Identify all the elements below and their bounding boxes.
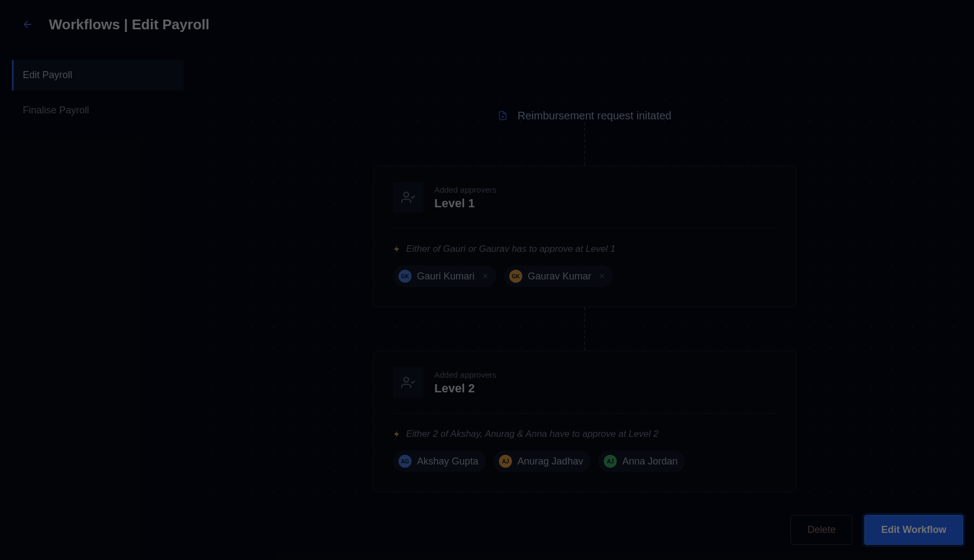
approver-chip: GK Gauri Kumari ✕	[393, 265, 496, 287]
sidebar-item-label: Edit Payroll	[23, 69, 72, 80]
connector-line	[584, 307, 585, 351]
remove-approver-icon[interactable]: ✕	[599, 272, 605, 281]
avatar: AJ	[604, 455, 617, 468]
approver-name: Anna Jordan	[622, 456, 678, 467]
level-title: Level 1	[434, 196, 496, 211]
page-title: Workflows | Edit Payroll	[49, 16, 210, 33]
added-approvers-label: Added approvers	[434, 185, 496, 194]
edit-workflow-button[interactable]: Edit Workflow	[864, 515, 963, 545]
sidebar: Edit Payroll Finalise Payroll	[0, 49, 195, 560]
card-header: Added approvers Level 1	[393, 182, 776, 228]
avatar: AG	[399, 455, 412, 468]
approver-name: Anurag Jadhav	[517, 456, 583, 467]
avatar: GK	[399, 270, 412, 283]
avatar: GK	[509, 270, 522, 283]
approver-chip: AJ Anurag Jadhav	[494, 450, 591, 472]
approval-level-card-2: Added approvers Level 2 Either 2 of Aksh…	[373, 351, 796, 492]
connector-line	[584, 122, 585, 166]
user-check-icon	[393, 182, 423, 213]
approval-rule: Either of Gauri or Gaurav has to approve…	[393, 244, 776, 254]
added-approvers-label: Added approvers	[434, 370, 496, 379]
svg-point-0	[404, 192, 409, 197]
approver-chips: GK Gauri Kumari ✕ GK Gaurav Kumar ✕	[393, 265, 776, 287]
approver-chip: AJ Anna Jordan	[598, 450, 685, 472]
approver-name: Akshay Gupta	[417, 456, 478, 467]
approver-name: Gaurav Kumar	[528, 271, 591, 282]
workflow-initiator: Reimbursement request initated	[195, 110, 974, 122]
remove-approver-icon[interactable]: ✕	[482, 272, 489, 281]
footer-actions: Delete Edit Workflow	[195, 499, 974, 560]
user-check-icon	[393, 367, 423, 398]
rule-text: Either of Gauri or Gaurav has to approve…	[406, 244, 616, 254]
avatar: AJ	[499, 455, 512, 468]
lightning-icon	[393, 430, 401, 438]
approver-name: Gauri Kumari	[417, 271, 475, 282]
document-icon	[498, 111, 508, 122]
rule-text: Either 2 of Akshay, Anurag & Anna have t…	[406, 429, 659, 440]
header: Workflows | Edit Payroll	[0, 0, 974, 49]
approval-level-card-1: Added approvers Level 1 Either of Gauri …	[373, 166, 796, 307]
approver-chip: AG Akshay Gupta	[393, 450, 486, 472]
back-arrow-icon[interactable]	[22, 18, 34, 30]
level-title: Level 2	[434, 381, 496, 396]
sidebar-item-edit-payroll[interactable]: Edit Payroll	[12, 60, 184, 91]
sidebar-item-finalise-payroll[interactable]: Finalise Payroll	[12, 95, 184, 126]
workflow-canvas[interactable]: Reimbursement request initated Added app…	[195, 49, 974, 560]
approval-rule: Either 2 of Akshay, Anurag & Anna have t…	[393, 429, 776, 440]
lightning-icon	[393, 245, 401, 253]
svg-point-1	[404, 377, 409, 382]
approver-chip: GK Gaurav Kumar ✕	[504, 265, 613, 287]
sidebar-item-label: Finalise Payroll	[23, 105, 89, 116]
initiator-text: Reimbursement request initated	[517, 110, 671, 122]
card-header: Added approvers Level 2	[393, 367, 776, 413]
approver-chips: AG Akshay Gupta AJ Anurag Jadhav AJ Anna…	[393, 450, 776, 472]
delete-button[interactable]: Delete	[790, 515, 852, 545]
